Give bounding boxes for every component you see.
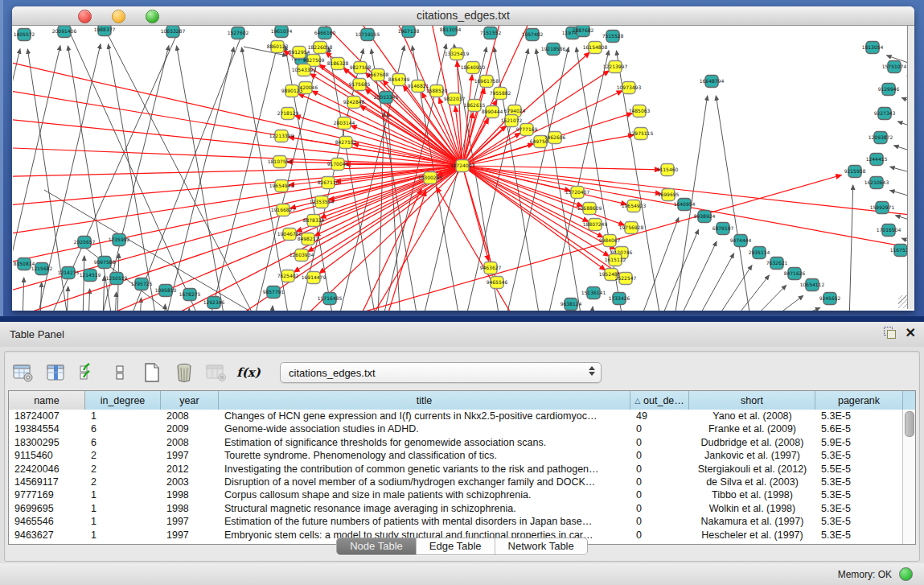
- network-node[interactable]: 6879197: [713, 223, 734, 235]
- tab-edge-table[interactable]: Edge Table: [417, 538, 495, 554]
- table-row[interactable]: 977716911998Corpus callosum shape and si…: [9, 488, 903, 501]
- column-header-pagerank[interactable]: pagerank: [815, 391, 903, 410]
- table-cell[interactable]: 2: [85, 449, 161, 462]
- network-node[interactable]: 13325419: [445, 48, 470, 60]
- table-cell[interactable]: Franke et al. (2009): [689, 422, 815, 435]
- network-node[interactable]: 12603934: [290, 249, 314, 262]
- network-node[interactable]: 1250513: [106, 273, 128, 285]
- network-node[interactable]: 2718129: [277, 108, 299, 120]
- network-node[interactable]: 7632621: [766, 257, 788, 270]
- table-row[interactable]: 1938455462009Genome-wide association stu…: [9, 422, 903, 435]
- network-node[interactable]: 10688609: [577, 203, 602, 215]
- table-cell[interactable]: 5.3E-5: [815, 476, 903, 488]
- network-node[interactable]: 1967138: [398, 26, 420, 38]
- network-node[interactable]: 9699695: [658, 189, 680, 201]
- table-cell[interactable]: Genome-wide association studies in ADHD.: [219, 422, 630, 435]
- network-node[interactable]: 17016504: [877, 225, 901, 237]
- table-selector-dropdown[interactable]: citations_edges.txt: [280, 362, 602, 383]
- table-cell[interactable]: Stergiakouli et al. (2012): [689, 463, 815, 476]
- table-cell[interactable]: 0: [630, 515, 689, 528]
- table-cell[interactable]: 2008: [161, 436, 219, 449]
- network-node[interactable]: 9465546: [487, 277, 508, 289]
- table-cell[interactable]: 5.3E-5: [815, 488, 903, 501]
- table-cell[interactable]: Corpus callosum shape and size in male p…: [219, 488, 630, 501]
- row-options-icon[interactable]: [109, 363, 130, 382]
- table-cell[interactable]: 2009: [161, 422, 219, 435]
- column-header-name[interactable]: name: [9, 391, 85, 410]
- close-panel-icon[interactable]: ✕: [906, 327, 916, 339]
- table-row[interactable]: 1456911722003Disruption of a novel membe…: [9, 476, 903, 488]
- network-canvas[interactable]: 1405572200914061988377106532871527602196…: [13, 26, 914, 311]
- network-node[interactable]: 8454749: [388, 74, 410, 86]
- table-cell[interactable]: 5.3E-5: [815, 449, 903, 462]
- network-node[interactable]: 18640910: [461, 62, 486, 74]
- network-node[interactable]: 12093872: [869, 132, 893, 144]
- network-node[interactable]: 8813054: [440, 26, 462, 36]
- network-node[interactable]: 16648794: [700, 76, 725, 88]
- table-cell[interactable]: Yano et al. (2008): [689, 410, 815, 422]
- network-node[interactable]: 2020657: [74, 237, 96, 249]
- network-node[interactable]: 16154808: [583, 42, 608, 54]
- table-cell[interactable]: 2012: [161, 463, 219, 476]
- table-cell[interactable]: Wolkin et al. (1998): [689, 502, 815, 515]
- network-node[interactable]: 1214275: [58, 267, 80, 279]
- column-header-short[interactable]: short: [689, 391, 815, 410]
- show-columns-icon[interactable]: [45, 363, 66, 382]
- network-node[interactable]: 19218586: [541, 43, 566, 56]
- network-node[interactable]: 12213399: [269, 130, 294, 142]
- table-cell[interactable]: 0: [630, 463, 689, 476]
- network-node[interactable]: 20091406: [52, 26, 77, 38]
- table-cell[interactable]: Nakamura et al. (1997): [689, 515, 815, 528]
- float-panel-icon[interactable]: [884, 327, 896, 339]
- network-node[interactable]: 2803144: [334, 117, 355, 130]
- table-cell[interactable]: 1998: [161, 488, 219, 501]
- table-cell[interactable]: 1: [85, 410, 161, 422]
- create-table-icon[interactable]: [142, 363, 162, 382]
- table-cell[interactable]: Changes of HCN gene expression and I(f) …: [219, 410, 630, 422]
- network-node[interactable]: 9245652: [819, 293, 841, 305]
- table-cell[interactable]: 9699695: [9, 502, 85, 515]
- table-cell[interactable]: 0: [630, 488, 689, 501]
- tab-network-table[interactable]: Network Table: [495, 538, 587, 554]
- network-node[interactable]: 2667608: [368, 69, 389, 81]
- table-cell[interactable]: 6: [85, 436, 161, 449]
- network-node[interactable]: 6466160: [314, 27, 336, 39]
- table-cell[interactable]: 0: [630, 422, 689, 435]
- network-node[interactable]: 7955882: [490, 88, 511, 100]
- table-row[interactable]: 969969511998Structural magnetic resonanc…: [9, 502, 903, 515]
- network-node[interactable]: 1244415: [866, 154, 888, 166]
- network-node[interactable]: 15136141: [581, 287, 606, 299]
- network-node[interactable]: 16914479: [302, 272, 326, 284]
- network-node[interactable]: 9215958: [844, 166, 866, 178]
- table-cell[interactable]: 5.9E-5: [815, 436, 903, 449]
- network-node[interactable]: 8860123: [267, 41, 289, 53]
- table-cell[interactable]: 2: [85, 463, 161, 476]
- table-cell[interactable]: de Silva et al. (2003): [689, 476, 815, 488]
- network-node[interactable]: 12213997: [603, 61, 628, 73]
- table-cell[interactable]: 49: [630, 410, 689, 422]
- network-window[interactable]: citations_edges.txt 14055722009140619883…: [12, 6, 914, 311]
- table-options-icon[interactable]: [13, 363, 34, 382]
- network-node[interactable]: 1813054: [862, 42, 884, 54]
- delete-table-icon[interactable]: [174, 363, 195, 382]
- table-cell[interactable]: 5.3E-5: [815, 502, 903, 515]
- table-cell[interactable]: 1997: [161, 449, 219, 462]
- network-node[interactable]: 1988377: [94, 26, 116, 36]
- table-cell[interactable]: Estimation of the future numbers of pati…: [219, 515, 630, 528]
- column-header-year[interactable]: year: [161, 391, 219, 410]
- network-node[interactable]: 1095810: [155, 285, 177, 297]
- network-node[interactable]: 19654943: [269, 180, 294, 192]
- table-cell[interactable]: Structural magnetic resonance image aver…: [219, 502, 630, 515]
- network-node[interactable]: 16210643: [864, 177, 889, 189]
- network-node[interactable]: 1735992: [109, 234, 130, 246]
- table-cell[interactable]: 0: [630, 502, 689, 515]
- network-node[interactable]: 9115460: [657, 164, 679, 176]
- network-node[interactable]: 8427552: [335, 137, 357, 149]
- tab-node-table[interactable]: Node Table: [337, 538, 417, 554]
- network-node[interactable]: 1527602: [228, 27, 249, 39]
- select-all-icon[interactable]: [77, 363, 98, 382]
- network-view[interactable]: 1405572200914061988377106532871527602196…: [13, 26, 914, 311]
- network-node[interactable]: 7485063: [629, 105, 651, 117]
- network-node[interactable]: 1961074: [271, 26, 293, 38]
- table-cell[interactable]: 0: [630, 449, 689, 462]
